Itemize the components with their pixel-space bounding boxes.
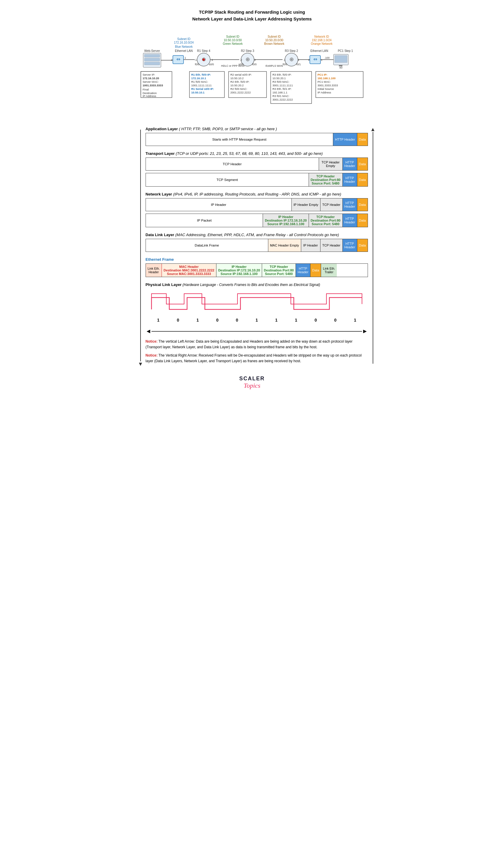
svg-text:R3 f0/0 MAC:: R3 f0/0 MAC: — [272, 80, 290, 83]
svg-text:172.16.10.20: 172.16.10.20 — [143, 76, 159, 80]
transport-data-2: Data — [357, 173, 368, 186]
app-http-cell: HTTP Header — [333, 133, 357, 146]
network-tcp-1: TCP Header — [321, 198, 343, 211]
transport-layer: Transport Layer (TCP or UDP ports: 21, 2… — [146, 151, 368, 187]
svg-text:Initial Source: Initial Source — [317, 87, 334, 91]
svg-text:R1 f0/0 MAC:: R1 f0/0 MAC: — [191, 80, 208, 83]
physical-layer: Physical Link Layer (Hardware Language -… — [146, 282, 368, 322]
svg-text:172.16.10.1: 172.16.10.1 — [191, 76, 206, 80]
svg-text:2: 2 — [308, 59, 309, 61]
network-layer-title: Network Layer (IPv4, IPv6, IP, IP addres… — [146, 192, 368, 196]
svg-text:3001.1111.1111: 3001.1111.1111 — [272, 84, 293, 87]
app-main-cell: Starts with HTTP Message Request — [146, 133, 333, 146]
network-layer: Network Layer (IPv4, IPv6, IP, IP addres… — [146, 192, 368, 227]
svg-text:R1 Eth. f0/0 IP:: R1 Eth. f0/0 IP: — [191, 73, 211, 76]
svg-text:s0/0: s0/0 — [238, 63, 243, 66]
bit-5: 1 — [255, 318, 258, 322]
svg-text:R3 Eth. f0/0 IP:: R3 Eth. f0/0 IP: — [272, 73, 292, 76]
notice2-label: Notice: — [146, 353, 158, 358]
svg-rect-16 — [144, 62, 160, 65]
svg-point-27 — [202, 59, 205, 61]
transport-http-2: HTTP Header — [343, 173, 357, 186]
bit-2: 1 — [197, 318, 199, 322]
transport-http-1: HTTP Header — [343, 158, 357, 170]
waveform-clean-svg — [148, 292, 365, 316]
svg-text:R1 Step 4: R1 Step 4 — [197, 49, 210, 52]
svg-text:f0/0: f0/0 — [283, 63, 287, 66]
network-row1: IP Header IP Header Empty TCP Header HTT… — [146, 198, 368, 211]
svg-text:.1: .1 — [211, 59, 213, 61]
bit-4: 0 — [236, 318, 238, 322]
notice-2: Notice: The Vertical Right Arrow: Receiv… — [146, 353, 368, 364]
network-data-2: Data — [357, 214, 368, 227]
svg-text:R2 Eth. f0/0 IP:: R2 Eth. f0/0 IP: — [230, 80, 249, 83]
right-arrowhead: ► — [362, 328, 368, 334]
ethernet-row1: Link Eth. Header MAC Header Destination … — [146, 264, 368, 277]
app-data-cell: Data — [357, 133, 368, 146]
svg-text:PC1 IP:: PC1 IP: — [317, 73, 327, 76]
svg-text:10.50.20.2: 10.50.20.2 — [230, 84, 244, 87]
application-layer: Application Layer ( HTTP, FTP, SMB, POP3… — [146, 127, 368, 146]
svg-text:192.168.1.0/24: 192.168.1.0/24 — [312, 39, 332, 42]
eth-link-trailer: Link Eth. Trailer — [321, 264, 337, 277]
transport-row1: TCP Header TCP Header Empty HTTP Header … — [146, 157, 368, 170]
svg-text:10.50.10.0/30: 10.50.10.0/30 — [223, 39, 242, 42]
datalink-layer-title: Data Link Layer (MAC Addressing, Etherne… — [146, 232, 368, 237]
svg-text:1001.1111.1111: 1001.1111.1111 — [191, 84, 212, 87]
svg-text:IP Address: IP Address — [143, 94, 156, 97]
bit-7: 1 — [295, 318, 297, 322]
network-ip-packet: IP Header Destination IP:172.16.10.20 So… — [263, 214, 308, 227]
notice-1: Notice: The vertical Left Arrow: Data ar… — [146, 339, 368, 350]
bit-labels: 1 0 1 0 0 1 1 1 0 0 1 — [148, 318, 365, 322]
eth-data: Data — [311, 264, 321, 277]
svg-text:Subnet ID: Subnet ID — [226, 35, 239, 38]
svg-rect-14 — [144, 54, 160, 57]
svg-text:1001.3333.3333: 1001.3333.3333 — [143, 84, 163, 87]
transport-tcp-segment: TCP Header Destination Port:80 Source Po… — [309, 173, 343, 186]
svg-text:f0/0: f0/0 — [195, 63, 199, 66]
svg-text:Ethernet LAN: Ethernet LAN — [311, 49, 328, 52]
datalink-ip: IP Header — [301, 239, 321, 251]
network-diagram: Subnet ID 172.16.10.0/24 Blue Network Su… — [138, 31, 366, 124]
svg-text:Subnet ID: Subnet ID — [268, 35, 281, 38]
svg-text:f0/0: f0/0 — [252, 63, 256, 66]
svg-rect-60 — [335, 55, 347, 63]
svg-text:Server IP:: Server IP: — [143, 73, 155, 76]
bit-9: 0 — [334, 318, 336, 322]
svg-text:Web-Server: Web-Server — [144, 49, 160, 52]
svg-text:10.50.10.2: 10.50.10.2 — [230, 76, 244, 80]
svg-text:Server MAC:: Server MAC: — [143, 80, 159, 83]
bit-8: 0 — [315, 318, 317, 322]
transport-tcp-empty: TCP Header Empty — [319, 158, 343, 170]
datalink-layer: Data Link Layer (MAC Addressing, Etherne… — [146, 232, 368, 252]
eth-link-header: Link Eth. Header — [146, 264, 162, 277]
svg-text:⊕: ⊕ — [290, 56, 294, 62]
eth-tcp: TCP Header Destination Port:80 Source Po… — [262, 264, 296, 277]
bit-10: 1 — [354, 318, 356, 322]
topology-svg: Subnet ID 172.16.10.0/24 Blue Network Su… — [138, 31, 366, 123]
main-title: TCP/IP Stack Routing and Forwarding Logi… — [138, 9, 366, 22]
svg-text:Subnet ID: Subnet ID — [177, 38, 190, 41]
svg-text:.100: .100 — [324, 56, 330, 59]
app-row1: Starts with HTTP Message Request HTTP He… — [146, 133, 368, 146]
svg-text:Brown Network: Brown Network — [264, 42, 285, 45]
transport-row2: TCP Segment TCP Header Destination Port:… — [146, 173, 368, 187]
ethernet-frame-title: Ethernet Frame — [146, 257, 368, 262]
svg-text:R3 Eth. f0/1 IP:: R3 Eth. f0/1 IP: — [272, 87, 292, 91]
svg-text:10.50.20.0/30: 10.50.20.0/30 — [265, 39, 283, 42]
svg-text:1: 1 — [185, 56, 186, 59]
svg-rect-15 — [144, 58, 160, 61]
svg-text:.1: .1 — [283, 59, 285, 61]
datalink-http: HTTP Header — [343, 239, 357, 251]
datalink-data: Data — [357, 239, 368, 251]
svg-text:R2 Step 3: R2 Step 3 — [241, 49, 254, 52]
svg-text:Network ID: Network ID — [314, 35, 329, 38]
network-ip-empty: IP Header Empty — [292, 198, 321, 211]
svg-text:PC1 MAC:: PC1 MAC: — [317, 80, 331, 83]
svg-text:R3 f0/1 MAC:: R3 f0/1 MAC: — [272, 94, 290, 97]
svg-text:Green Network: Green Network — [223, 42, 243, 45]
notice2-text: The Vertical Right Arrow: Received Frame… — [146, 353, 362, 363]
network-data-1: Data — [357, 198, 368, 211]
left-arrowhead: ◄ — [146, 328, 151, 334]
logo-section: SCALER Topics — [138, 375, 366, 390]
